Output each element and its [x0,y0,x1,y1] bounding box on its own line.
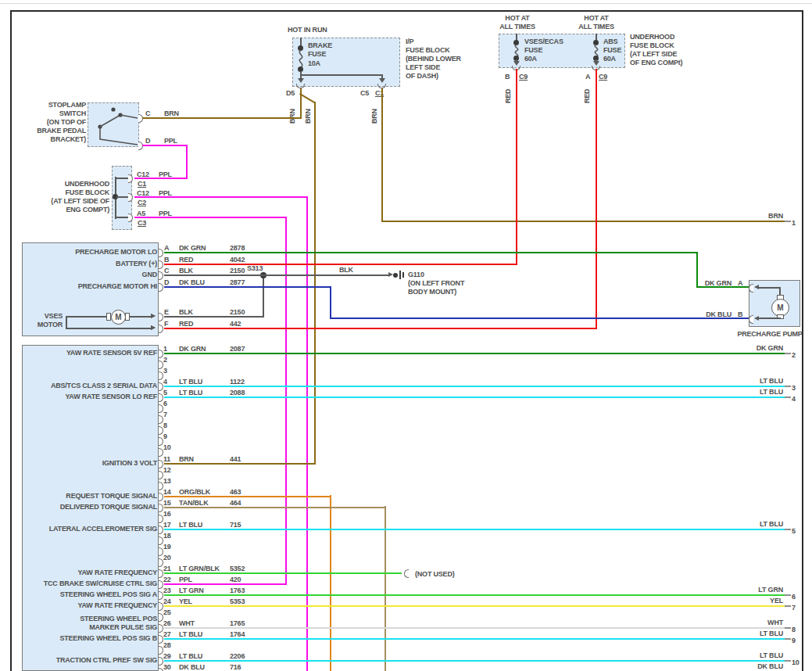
exit-stub [785,660,791,662]
wire-dkblu-drop [330,286,331,319]
exit-wire-label: LT BLU [702,520,783,529]
connector-bottom-row-label: STEERING WHEEL POS SIG B [20,634,157,643]
exit-stub [785,386,791,387]
pin-number: 25 [163,608,171,617]
pin-letter: B [505,73,510,81]
wire-pin-24 [164,605,785,607]
wire-pin-22 [164,583,287,585]
connector-bottom-row-label: YAW RATE SENSOR LO REF [20,393,157,401]
pin-letter: B [738,310,742,319]
wire-color-label: RED [504,81,513,103]
wire-color-label: DK BLU [179,663,205,671]
terminator-arc [404,569,409,578]
motor-icon: M [111,310,126,325]
wire-color-label: RED [583,81,592,103]
wiring-diagram: STOPLAMP SWITCH (ON TOP OF BRAKE PEDAL B… [0,0,812,671]
wire-color-label: BRN [304,100,313,124]
arrow-down-icon [298,78,304,83]
connector-bottom-row-label: DELIVERED TORQUE SIGNAL [20,503,157,511]
connector-top-row-label: PRECHARGE MOTOR LO [20,248,157,257]
wire-pin-D [164,286,331,288]
pin-letter: A [738,279,742,288]
pin-arc [159,271,163,280]
wire-pin-A [164,252,698,253]
wire-pin-21 [164,572,402,574]
arrow-right-icon [151,314,156,318]
splice-label: S313 [247,264,263,273]
pin-arc [749,315,753,324]
wire-pin-23 [164,594,785,596]
exit-stub [785,396,791,398]
cavity-label: C5 [360,89,369,98]
wire-ppl-c2 [134,196,308,198]
pin-number: 9 [163,432,167,441]
hot-at-all-times-label: HOT AT ALL TIMES [571,14,621,31]
exit-wire-number: 5 [792,527,796,536]
exit-stub [785,221,791,222]
fuse-rating: 60A [524,55,537,63]
pin-number: 12 [163,466,171,475]
wire-pin-26 [164,627,785,629]
wire-pin-14 [164,496,331,497]
connector-bottom-row-label: STEERING WHEEL POS SIG A [20,590,157,599]
wire-color-label: BLK [339,266,353,274]
fuse-name: ABS FUSE [603,38,621,55]
pin-arc [749,284,753,292]
ip-fuse-block-label: I/P FUSE BLOCK (BEHIND LOWER LEFT SIDE O… [406,38,461,81]
arrow-down-icon [379,78,385,83]
pin-arc [159,249,163,257]
pin-arc [159,260,163,269]
pin-arc [159,313,163,321]
wire-pin-B [164,264,517,265]
pin-letter: A [585,73,590,81]
connector-bottom-row-label: ABS/TCS CLASS 2 SERIAL DATA [20,382,157,390]
frame-top [10,10,803,12]
exit-wire-number: 10 [792,658,799,667]
wire-pin-5 [164,396,785,398]
exit-wire-label: LT BLU [702,388,783,396]
wire-brn-c5-drop [381,88,383,222]
underhood-fuse-block-left-label: UNDERHOOD FUSE BLOCK (AT LEFT SIDE OF EN… [22,180,109,214]
wire-color-label: BRN [288,100,297,124]
circuit-number: 716 [230,663,241,671]
connector-bottom-row-label: YAW RATE FREQUENCY [20,569,157,577]
wire-color-label: DK GRN [669,279,732,288]
connector-bottom-row-label: STEERING WHEEL POS MARKER PULSE SIG [20,615,157,632]
connector-bottom-row-label: REQUEST TORQUE SIGNAL [20,492,157,501]
vses-motor-label: VSES MOTOR [20,312,63,329]
pin-number: 8 [163,422,167,430]
exit-wire-label: LT GRN [702,586,783,594]
underhood-fuse-block-right-label: UNDERHOOD FUSE BLOCK (AT LEFT SIDE OF EN… [630,33,682,67]
not-used-label: (NOT USED) [415,570,455,579]
top-divider [0,3,812,4]
fuse-name: BRAKE FUSE [308,41,332,59]
connector-top-row-label: PRECHARGE MOTOR HI [20,282,157,291]
connector-id: C3 [138,219,146,228]
fuse-element-icon [296,50,306,67]
connector-id: C1 [138,180,146,188]
motor-lead [130,316,152,318]
wire-red-a-drop [596,69,597,329]
wire-color-label: DK BLU [669,310,732,319]
exit-wire-number: 1 [792,219,796,228]
connector-top-row-label: GND [20,271,157,279]
wire-color-label: BRN [370,100,379,124]
wire-ppl-c1 [134,178,188,179]
stoplamp-switch-label: STOPLAMP SWITCH (ON TOP OF BRAKE PEDAL B… [20,101,86,144]
fuse-rating: 10A [308,59,320,68]
wire-ppl-stoplamp-drop [186,145,188,179]
ground-location-label: (ON LEFT FRONT BODY MOUNT) [408,279,464,296]
hot-in-run-label: HOT IN RUN [288,26,327,34]
bus-stub [116,217,128,218]
exit-stub [785,627,791,629]
connector-bottom-row-label: YAW RATE SENSOR 5V REF [20,349,157,357]
wire-red-b-drop [516,69,517,265]
ground-bar [399,271,401,279]
pin-number: 28 [163,641,171,650]
wire-brn-stoplamp [142,117,301,119]
pin-number: 30 [163,663,171,671]
wire-pin-17 [164,529,785,530]
exit-wire-label: DK GRN [702,344,783,353]
motor-lead [66,328,152,329]
exit-wire-label: LT BLU [702,651,783,660]
